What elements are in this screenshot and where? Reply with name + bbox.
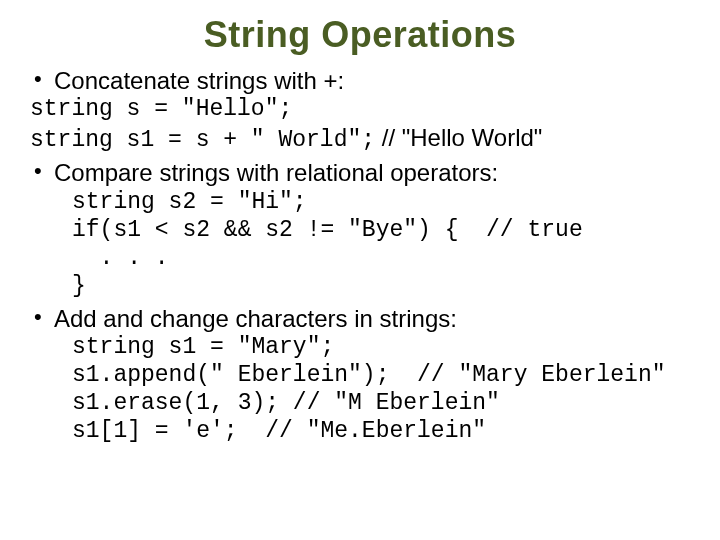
bullet-concatenate: Concatenate strings with +: — [30, 66, 690, 95]
code-line: } — [30, 272, 690, 300]
code-comment: // "Hello World" — [375, 124, 542, 151]
code-line: s1.append(" Eberlein"); // "Mary Eberlei… — [30, 361, 690, 389]
code-line: string s1 = "Mary"; — [30, 333, 690, 361]
bullet-text: Compare strings with relational operator… — [54, 159, 498, 186]
code-line: s1[1] = 'e'; // "Me.Eberlein" — [30, 417, 690, 445]
bullet-text: Concatenate strings with +: — [54, 67, 344, 94]
bullet-add-change: Add and change characters in strings: — [30, 304, 690, 333]
code-fragment: string s1 = s + " World"; — [30, 127, 375, 153]
bullet-text: Add and change characters in strings: — [54, 305, 457, 332]
code-line: if(s1 < s2 && s2 != "Bye") { // true — [30, 216, 690, 244]
code-line: s1.erase(1, 3); // "M Eberlein" — [30, 389, 690, 417]
code-line: string s2 = "Hi"; — [30, 188, 690, 216]
slide-title: String Operations — [30, 14, 690, 56]
slide-body: Concatenate strings with +: string s = "… — [30, 66, 690, 445]
code-line: string s = "Hello"; — [30, 95, 690, 123]
slide: String Operations Concatenate strings wi… — [0, 0, 720, 540]
bullet-compare: Compare strings with relational operator… — [30, 158, 690, 187]
code-line: . . . — [30, 244, 690, 272]
code-line: string s1 = s + " World"; // "Hello Worl… — [30, 123, 690, 154]
